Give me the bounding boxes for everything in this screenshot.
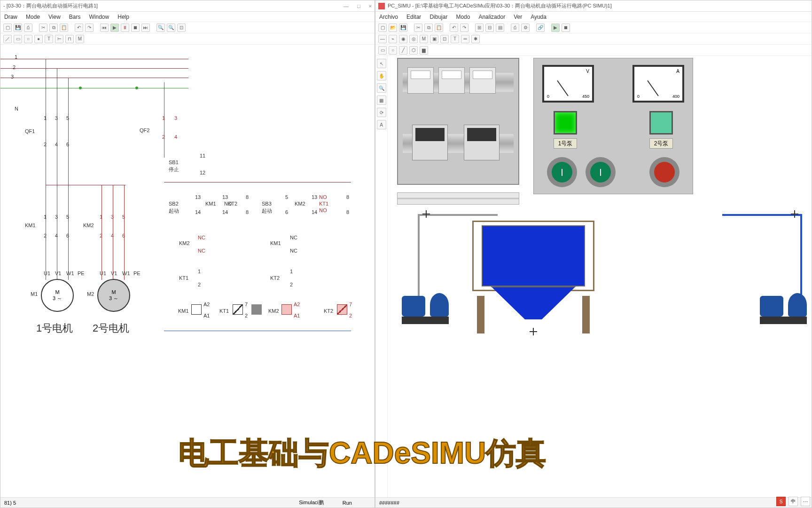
comp-meter-icon[interactable]: ⊡	[440, 35, 449, 43]
breaker-2[interactable]	[438, 67, 465, 94]
open-icon[interactable]: 📂	[389, 24, 397, 32]
rotate-icon[interactable]: ⟳	[377, 108, 386, 117]
shape-fill-icon[interactable]: ▆	[420, 46, 428, 55]
link-icon[interactable]: 🔗	[536, 24, 545, 32]
menu-draw[interactable]: Draw	[4, 14, 17, 20]
minimize-button[interactable]: —	[344, 3, 349, 9]
config-icon[interactable]: ⚙	[521, 24, 530, 32]
save-icon[interactable]: 💾	[14, 24, 22, 32]
pointer-icon[interactable]: ↖	[377, 59, 386, 68]
tool-motor-icon[interactable]: M	[76, 35, 84, 43]
comp-valve-icon[interactable]: ✱	[471, 35, 480, 43]
tool-line-icon[interactable]: ／	[3, 35, 12, 43]
paste-icon-r[interactable]: 📋	[435, 24, 443, 32]
comp-text-icon[interactable]: T	[451, 35, 459, 43]
valve-left[interactable]	[422, 210, 430, 218]
comp-motor-icon[interactable]: M	[420, 35, 428, 43]
shape-line-icon[interactable]: ╱	[399, 46, 407, 55]
breaker-3[interactable]	[469, 67, 496, 94]
shape-circle-icon[interactable]: ○	[389, 46, 397, 55]
ammeter: A 0 400	[632, 65, 684, 103]
comp-conveyor-icon[interactable]: ═	[461, 35, 469, 43]
tool-rect-icon[interactable]: ▭	[14, 35, 22, 43]
menu-window[interactable]: Window	[89, 14, 109, 20]
zoom-fit-icon[interactable]: ⊡	[177, 24, 186, 32]
menu-help[interactable]: Help	[117, 14, 129, 20]
start-button-2[interactable]: |	[586, 157, 616, 187]
qf2-b2: 2	[162, 134, 165, 140]
contactor-2[interactable]	[464, 125, 500, 160]
m2-bot: 3 ～	[109, 295, 118, 302]
menu-dibujar[interactable]: Dibujar	[429, 14, 447, 20]
undo-icon-r[interactable]: ↶	[450, 24, 458, 32]
print-icon[interactable]: ⎙	[24, 24, 32, 32]
cut-icon[interactable]: ✂	[39, 24, 47, 32]
menu-archivo[interactable]: Archivo	[379, 14, 398, 20]
shape-poly-icon[interactable]: ⬡	[409, 46, 418, 55]
tool-text-icon[interactable]: T	[45, 35, 53, 43]
zoom-out-icon[interactable]: 🔍	[156, 24, 165, 32]
copy-icon-r[interactable]: ⧉	[424, 24, 433, 32]
cut-icon-r[interactable]: ✂	[414, 24, 422, 32]
stop-button[interactable]	[649, 157, 679, 187]
menu-ayuda[interactable]: Ayuda	[531, 14, 547, 20]
tool-coil-icon[interactable]: ⊓	[65, 35, 74, 43]
menu-modo[interactable]: Modo	[456, 14, 470, 20]
drain-valve[interactable]	[530, 328, 537, 335]
menu-mode[interactable]: Mode	[26, 14, 40, 20]
pause-icon[interactable]: ⏸	[121, 24, 129, 32]
save-icon-r[interactable]: 💾	[399, 24, 407, 32]
redo-icon[interactable]: ↷	[85, 24, 94, 32]
zoom-icon-r[interactable]: 🔍	[377, 83, 386, 93]
breaker-1[interactable]	[407, 67, 434, 94]
hand-icon[interactable]: ✋	[377, 71, 386, 80]
ime-more-icon[interactable]: ⋯	[801, 497, 810, 506]
select-icon[interactable]: ▦	[377, 95, 386, 105]
valve-right[interactable]	[791, 210, 798, 218]
motor-1: M 3 ～	[41, 279, 74, 312]
tool-circle-icon[interactable]: ○	[24, 35, 32, 43]
menu-editar[interactable]: Editar	[406, 14, 421, 20]
contactor-1[interactable]	[412, 125, 448, 160]
tool-node-icon[interactable]: ●	[34, 35, 43, 43]
file-open-icon[interactable]: ▢	[3, 24, 12, 32]
stop-icon-r[interactable]: ⏹	[562, 24, 570, 32]
ime-lang-icon[interactable]: 中	[789, 497, 798, 506]
text-icon-r[interactable]: A	[377, 120, 386, 129]
undo-icon[interactable]: ↶	[75, 24, 83, 32]
comp-tank-icon[interactable]: ▣	[430, 35, 438, 43]
grid-icon[interactable]: ⊞	[475, 24, 484, 32]
paste-icon[interactable]: 📋	[60, 24, 68, 32]
run-icon[interactable]: ▶	[551, 24, 560, 32]
km2-l3	[124, 185, 125, 280]
menu-bars[interactable]: Bars	[69, 14, 81, 20]
zoom-in-icon[interactable]: 🔍	[167, 24, 175, 32]
redo-icon-r[interactable]: ↷	[460, 24, 468, 32]
close-button[interactable]: ×	[369, 3, 372, 9]
ime-sogou-icon[interactable]: S	[776, 497, 786, 506]
new-icon[interactable]: ▢	[378, 24, 387, 32]
stop-icon[interactable]: ⏹	[131, 24, 140, 32]
coil-km2-box	[281, 304, 292, 315]
right-canvas[interactable]: V 0 450 A 0 400 1号泵 2号泵 | |	[388, 56, 812, 497]
menu-ver[interactable]: Ver	[514, 14, 522, 20]
step-fwd-icon[interactable]: ⏭	[141, 24, 150, 32]
menu-analizador[interactable]: Analizador	[478, 14, 505, 20]
maximize-button[interactable]: □	[357, 3, 360, 9]
comp-wire-icon[interactable]: —	[378, 35, 387, 43]
menu-view[interactable]: View	[48, 14, 61, 20]
panel-icon[interactable]: ▤	[496, 24, 504, 32]
comp-switch-icon[interactable]: ⌁	[389, 35, 397, 43]
grid2-icon[interactable]: ⊟	[485, 24, 494, 32]
step-back-icon[interactable]: ⏮	[100, 24, 109, 32]
print-icon-r[interactable]: ⎙	[511, 24, 519, 32]
left-canvas[interactable]: 1 2 3 N QF1 1 3 5 2 4 6 KM1 1 3 5 2 4 6 …	[0, 45, 375, 496]
tool-contact-icon[interactable]: ⊢	[55, 35, 63, 43]
copy-icon[interactable]: ⧉	[49, 24, 58, 32]
comp-lamp-icon[interactable]: ◎	[409, 35, 418, 43]
comp-button-icon[interactable]: ◉	[399, 35, 407, 43]
start-button-1[interactable]: |	[547, 157, 577, 187]
play-icon[interactable]: ▶	[110, 24, 119, 32]
shape-rect-icon[interactable]: ▭	[378, 46, 387, 55]
tank-body	[482, 225, 585, 286]
